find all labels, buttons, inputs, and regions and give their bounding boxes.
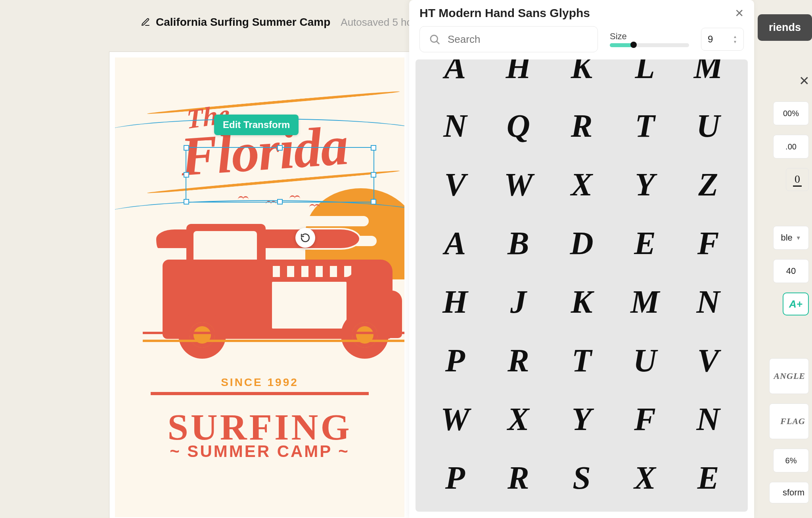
glyph-cell[interactable]: W <box>487 155 550 214</box>
slider-thumb[interactable] <box>630 42 637 48</box>
glyph-cell[interactable]: F <box>676 214 740 273</box>
chevron-down-icon: ▼ <box>796 235 801 241</box>
glyph-cell[interactable]: Y <box>613 155 677 214</box>
glyphs-panel-title: HT Modern Hand Sans Glyphs <box>419 6 590 20</box>
glyph-cell[interactable]: M <box>613 273 677 331</box>
document-title[interactable]: California Surfing Summer Camp <box>156 16 330 29</box>
glyph-cell[interactable]: P <box>423 449 487 507</box>
edit-transform-button[interactable]: Edit Transform <box>214 115 299 135</box>
glyphs-button[interactable]: A+ <box>783 292 809 315</box>
underline-button[interactable]: 0 <box>786 168 809 191</box>
numeric-field[interactable]: .00 <box>773 135 809 159</box>
glyph-cell[interactable]: F <box>613 390 677 449</box>
glyph-cell[interactable]: V <box>676 331 740 390</box>
glyph-cell[interactable]: D <box>550 214 613 273</box>
percentage-field[interactable]: 6% <box>773 449 809 472</box>
glyph-cell[interactable]: A <box>423 214 487 273</box>
resize-handle-tm[interactable] <box>277 145 283 151</box>
glyph-cell[interactable]: K <box>550 59 613 97</box>
glyph-cell[interactable]: T <box>550 331 613 390</box>
size-label: Size <box>610 31 689 42</box>
glyph-search-input[interactable] <box>448 33 589 46</box>
opacity-field[interactable]: 00% <box>773 101 809 125</box>
resize-handle-br[interactable] <box>371 199 376 205</box>
glyph-cell[interactable]: R <box>487 331 550 390</box>
glyph-cell[interactable]: N <box>676 390 740 449</box>
resize-handle-bl[interactable] <box>184 199 189 205</box>
glyph-size-value[interactable]: 9 ▲▼ <box>701 28 744 51</box>
glyph-cell[interactable]: U <box>613 331 677 390</box>
glyph-cell[interactable]: T <box>613 97 677 155</box>
poster-text-summer[interactable]: ~ SUMMER CAMP ~ <box>115 442 404 461</box>
glyph-cell[interactable]: Y <box>550 390 613 449</box>
search-icon <box>429 33 440 45</box>
transform-angle-option[interactable]: ANGLE <box>769 358 809 394</box>
glyphs-panel: HT Modern Hand Sans Glyphs ✕ Size 9 ▲▼ <box>409 0 754 518</box>
glyph-size-number: 9 <box>708 34 713 45</box>
resize-handle-tr[interactable] <box>371 145 376 151</box>
glyph-cell[interactable]: E <box>613 214 677 273</box>
glyph-cell[interactable]: E <box>676 449 740 507</box>
glyph-search[interactable] <box>419 26 598 52</box>
glyph-cell[interactable]: N <box>423 97 487 155</box>
style-dropdown-label: ble <box>781 233 792 243</box>
poster-text-surfing[interactable]: SURFING <box>151 392 369 448</box>
glyph-cell[interactable]: P <box>423 331 487 390</box>
glyph-cell[interactable]: U <box>676 97 740 155</box>
glyph-cell[interactable]: M <box>676 59 740 97</box>
style-dropdown[interactable]: ble ▼ <box>773 226 809 250</box>
glyph-cell[interactable]: V <box>423 155 487 214</box>
glyph-cell[interactable]: N <box>676 273 740 331</box>
glyph-cell[interactable]: W <box>423 390 487 449</box>
invite-friends-button[interactable]: riends <box>758 14 812 41</box>
edit-title-icon[interactable] <box>141 17 150 27</box>
glyph-grid: AHKLMNQRTUVWXYZABDEFHJKMNPRTUVWXYFNPRSXE <box>416 59 748 511</box>
selection-bounding-box[interactable]: Edit Transform <box>131 129 396 192</box>
rotate-handle[interactable] <box>295 228 315 248</box>
glyph-cell[interactable]: X <box>550 155 613 214</box>
design-canvas[interactable]: The Florida <box>109 52 410 518</box>
poster-jeep <box>163 224 393 367</box>
glyph-cell[interactable]: L <box>613 59 677 97</box>
stepper-icon[interactable]: ▲▼ <box>733 35 737 44</box>
poster-text-since[interactable]: SINCE 1992 <box>115 376 404 389</box>
resize-handle-bm[interactable] <box>277 199 283 205</box>
glyph-cell[interactable]: R <box>487 449 550 507</box>
glyph-cell[interactable]: R <box>550 97 613 155</box>
resize-handle-ml[interactable] <box>184 172 189 178</box>
glyph-cell[interactable]: H <box>423 273 487 331</box>
close-rightpanel-icon[interactable]: ✕ <box>799 73 810 88</box>
glyph-cell[interactable]: H <box>487 59 550 97</box>
resize-handle-mr[interactable] <box>371 172 376 178</box>
glyph-cell[interactable]: A <box>423 59 487 97</box>
glyph-cell[interactable]: K <box>550 273 613 331</box>
resize-handle-tl[interactable] <box>184 145 189 151</box>
glyph-cell[interactable]: Q <box>487 97 550 155</box>
size-field[interactable]: 40 <box>773 259 809 283</box>
glyph-cell[interactable]: X <box>487 390 550 449</box>
glyph-cell[interactable]: S <box>550 449 613 507</box>
glyph-cell[interactable]: Z <box>676 155 740 214</box>
transform-flag-option[interactable]: FLAG <box>769 403 809 439</box>
transform-button[interactable]: sform <box>769 482 809 503</box>
close-icon[interactable]: ✕ <box>735 7 744 20</box>
glyph-cell[interactable]: X <box>613 449 677 507</box>
glyph-size-slider[interactable] <box>610 43 689 47</box>
glyph-cell[interactable]: B <box>487 214 550 273</box>
glyph-cell[interactable]: J <box>487 273 550 331</box>
